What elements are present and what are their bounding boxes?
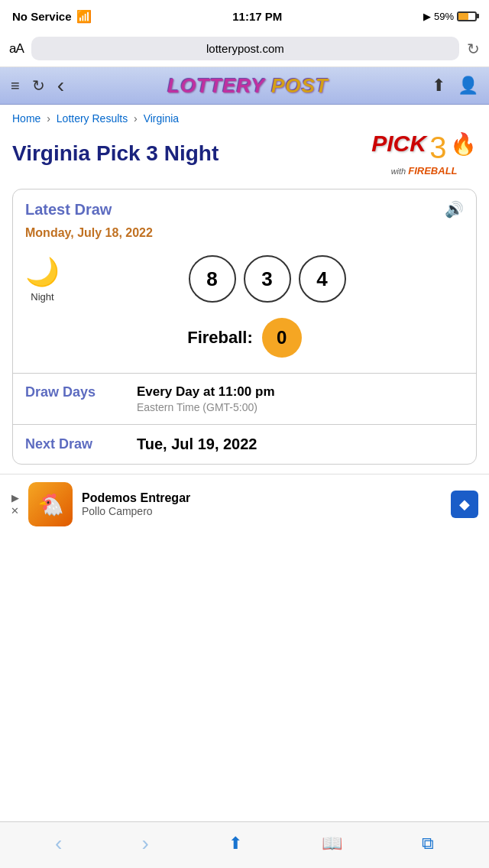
back-button[interactable]: ‹ [57, 73, 64, 98]
refresh-button[interactable]: ↻ [467, 40, 480, 58]
breadcrumb-sep2: › [134, 112, 138, 125]
carrier-text: No Service [12, 10, 72, 23]
next-draw-row: Next Draw Tue, Jul 19, 2022 [13, 425, 476, 464]
fireball-label: Fireball: [187, 328, 253, 348]
latest-draw-title: Latest Draw [25, 201, 112, 219]
pick3-logo-text: PICK 3 🔥 [371, 131, 477, 165]
night-label: Night [31, 291, 53, 303]
breadcrumb-home[interactable]: Home [12, 112, 40, 125]
breadcrumb-sep1: › [47, 112, 50, 125]
status-bar: No Service 📶 11:17 PM ▶ 59% [0, 0, 489, 31]
status-right: ▶ 59% [423, 11, 477, 22]
aa-text[interactable]: aA [9, 41, 24, 57]
ad-controls: ▶ ✕ [11, 492, 19, 517]
fireball-row: Fireball: 0 [13, 315, 476, 373]
draw-days-info: Every Day at 11:00 pm Eastern Time (GMT-… [137, 384, 275, 413]
page-header: Virginia Pick 3 Night PICK 3 🔥 with FIRE… [0, 131, 489, 189]
status-left: No Service 📶 [12, 9, 92, 24]
breadcrumb-lottery-results[interactable]: Lottery Results [57, 112, 128, 125]
balls-container: 8 3 4 [70, 255, 464, 303]
ad-play-icon[interactable]: ▶ [11, 492, 19, 504]
latest-draw-header: Latest Draw 🔊 [13, 189, 476, 226]
fireball-brand: FIREBALL [408, 165, 457, 177]
draw-days-sub: Eastern Time (GMT-5:00) [137, 401, 275, 413]
pick3-number: 3 [429, 131, 446, 164]
ball-1: 8 [189, 255, 236, 303]
url-bar[interactable]: lotterypost.com [31, 37, 459, 60]
ad-text: Podemos Entregar Pollo Campero [82, 491, 442, 517]
battery-percent: 59% [434, 11, 454, 22]
ball-3: 4 [299, 255, 346, 303]
breadcrumb-virginia[interactable]: Virginia [144, 112, 179, 125]
with-text: with [391, 167, 409, 176]
ad-subtitle: Pollo Campero [82, 505, 442, 517]
wifi-icon: 📶 [76, 9, 92, 24]
menu-button[interactable]: ≡ [11, 77, 20, 95]
lottery-post-logo: LOTTERY POST [76, 74, 419, 98]
share-nav-button[interactable]: ⬆ [432, 76, 445, 96]
fireball-subtitle: with FIREBALL [371, 165, 477, 177]
navbar: ≡ ↻ ‹ LOTTERY POST ⬆ 👤 [0, 67, 489, 105]
draw-card: Latest Draw 🔊 Monday, July 18, 2022 🌙 Ni… [12, 189, 477, 465]
draw-days-value: Every Day at 11:00 pm [137, 384, 275, 400]
battery-icon [457, 11, 477, 21]
draw-days-row: Draw Days Every Day at 11:00 pm Eastern … [13, 374, 476, 424]
location-icon: ▶ [423, 11, 431, 22]
draw-days-label: Draw Days [25, 384, 125, 400]
ad-thumbnail: 🐔 [28, 482, 73, 526]
next-draw-label: Next Draw [25, 436, 125, 452]
address-bar: aA lotterypost.com ↻ [0, 31, 489, 67]
fireball-ball: 0 [262, 318, 302, 358]
time-display: 11:17 PM [232, 10, 282, 23]
page-title: Virginia Pick 3 Night [12, 141, 359, 167]
pick3-logo: PICK 3 🔥 with FIREBALL [371, 131, 477, 177]
ad-title: Podemos Entregar [82, 491, 442, 505]
breadcrumb: Home › Lottery Results › Virginia [0, 105, 489, 131]
speaker-icon[interactable]: 🔊 [445, 200, 464, 219]
moon-icon: 🌙 [25, 256, 60, 288]
profile-button[interactable]: 👤 [458, 76, 478, 96]
numbers-row: 🌙 Night 8 3 4 [13, 249, 476, 315]
ball-2: 3 [244, 255, 291, 303]
logo-lottery: LOTTERY [167, 74, 264, 97]
pick3-flame: 🔥 [450, 132, 477, 156]
pick3-pick: PICK [371, 131, 426, 156]
night-symbol: 🌙 Night [25, 256, 60, 303]
next-draw-value: Tue, Jul 19, 2022 [137, 436, 257, 453]
ad-arrow-button[interactable]: ◆ [451, 491, 478, 518]
ad-close-icon[interactable]: ✕ [11, 505, 19, 517]
logo-post: POST [271, 74, 329, 97]
ad-banner[interactable]: ▶ ✕ 🐔 Podemos Entregar Pollo Campero ◆ [0, 474, 489, 534]
main-content: Home › Lottery Results › Virginia Virgin… [0, 105, 489, 534]
reload-button[interactable]: ↻ [32, 76, 45, 95]
draw-date: Monday, July 18, 2022 [13, 226, 476, 249]
